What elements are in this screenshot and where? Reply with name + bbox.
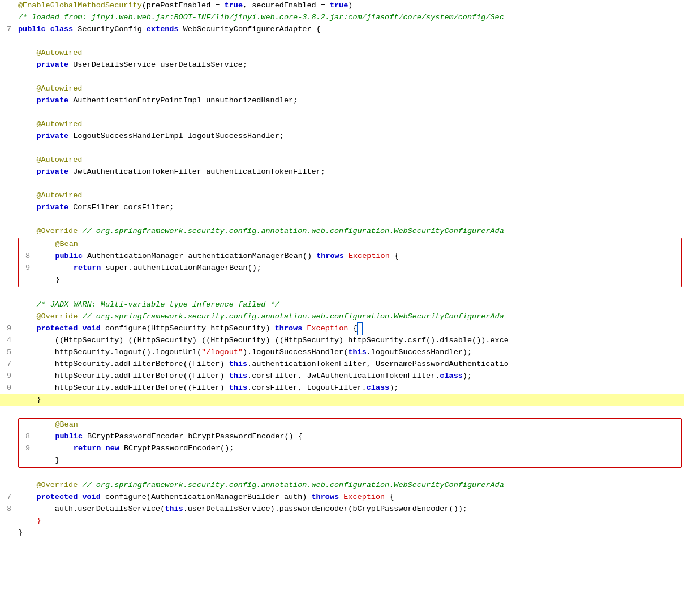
line-content <box>16 178 684 190</box>
code-line: @Autowired <box>0 119 684 131</box>
line-content: private UserDetailsService userDetailsSe… <box>16 59 684 71</box>
line-content <box>16 36 684 48</box>
line-content: httpSecurity.logout().logoutUrl("/logout… <box>16 347 684 359</box>
line-number: 7 <box>0 492 16 503</box>
line-content: protected void configure(AuthenticationM… <box>16 492 684 503</box>
code-line: private LogoutSuccessHandlerImpl logoutS… <box>0 131 684 143</box>
line-content: } <box>35 455 681 467</box>
code-line: 9 httpSecurity.addFilterBefore((Filter) … <box>0 371 684 382</box>
code-line: @Bean <box>19 419 681 431</box>
line-content: ((HttpSecurity) ((HttpSecurity) ((HttpSe… <box>16 335 684 347</box>
code-line: 4 ((HttpSecurity) ((HttpSecurity) ((Http… <box>0 335 684 347</box>
code-line: 7 protected void configure(Authenticatio… <box>0 492 684 503</box>
code-line <box>0 406 684 418</box>
line-content: @Override // org.springframework.securit… <box>16 226 684 238</box>
line-number: 9 <box>19 262 35 274</box>
code-line: 8 public BCryptPasswordEncoder bCryptPas… <box>19 431 681 443</box>
code-line: @Bean <box>19 239 681 251</box>
code-line: @Autowired <box>0 154 684 166</box>
code-line: private AuthenticationEntryPointImpl una… <box>0 95 684 107</box>
code-line <box>0 36 684 48</box>
code-line: 9 return super.authenticationManagerBean… <box>19 262 681 274</box>
code-line: 8 public AuthenticationManager authentic… <box>19 251 681 262</box>
line-number: 7 <box>0 359 16 371</box>
code-line <box>0 143 684 154</box>
code-line: } <box>0 515 684 527</box>
line-content: httpSecurity.addFilterBefore((Filter) th… <box>16 359 684 371</box>
line-number: 7 <box>0 24 16 36</box>
code-line: 7 public class SecurityConfig extends We… <box>0 24 684 36</box>
line-content: } <box>16 527 684 539</box>
line-number: 8 <box>0 503 16 515</box>
code-line: } <box>19 455 681 467</box>
line-content: private JwtAuthenticationTokenFilter aut… <box>16 166 684 178</box>
line-content: httpSecurity.addFilterBefore((Filter) th… <box>16 382 684 394</box>
line-content: @EnableGlobalMethodSecurity(prePostEnabl… <box>16 0 684 12</box>
line-number: 9 <box>0 371 16 382</box>
line-content: @Autowired <box>16 119 684 131</box>
line-number: 8 <box>19 431 35 443</box>
line-content: } <box>35 274 681 286</box>
line-content: private LogoutSuccessHandlerImpl logoutS… <box>16 131 684 143</box>
code-line: @Autowired <box>0 48 684 59</box>
line-content: @Override // org.springframework.securit… <box>16 311 684 323</box>
code-line: 0 httpSecurity.addFilterBefore((Filter) … <box>0 382 684 394</box>
code-line: @Override // org.springframework.securit… <box>0 480 684 492</box>
code-line <box>0 214 684 226</box>
line-content <box>16 71 684 83</box>
line-number: 8 <box>19 251 35 262</box>
code-line: /* loaded from: jinyi.web.web.jar:BOOT-I… <box>0 12 684 24</box>
line-content: @Autowired <box>16 48 684 59</box>
line-content: @Autowired <box>16 154 684 166</box>
line-number: 5 <box>0 347 16 359</box>
line-content: @Autowired <box>16 190 684 202</box>
line-number: 9 <box>0 323 16 335</box>
code-line <box>0 178 684 190</box>
code-line: 7 httpSecurity.addFilterBefore((Filter) … <box>0 359 684 371</box>
line-content <box>16 214 684 226</box>
line-content: @Override // org.springframework.securit… <box>16 480 684 492</box>
line-content: /* loaded from: jinyi.web.web.jar:BOOT-I… <box>16 12 684 24</box>
line-content: protected void configure(HttpSecurity ht… <box>16 323 684 335</box>
code-line <box>0 468 684 480</box>
line-content: return new BCryptPasswordEncoder(); <box>35 443 681 455</box>
code-line <box>0 287 684 299</box>
code-line <box>0 71 684 83</box>
boxed-section-2: @Bean 8 public BCryptPasswordEncoder bCr… <box>18 418 682 468</box>
line-content: @Bean <box>35 239 681 251</box>
line-content: return super.authenticationManagerBean()… <box>35 262 681 274</box>
line-content: auth.userDetailsService(this.userDetails… <box>16 503 684 515</box>
line-content <box>16 406 684 418</box>
code-line: private JwtAuthenticationTokenFilter aut… <box>0 166 684 178</box>
line-content: } <box>16 394 684 406</box>
code-line: 5 httpSecurity.logout().logoutUrl("/logo… <box>0 347 684 359</box>
line-content: public class SecurityConfig extends WebS… <box>16 24 684 36</box>
line-number: 4 <box>0 335 16 347</box>
line-content: public BCryptPasswordEncoder bCryptPassw… <box>35 431 681 443</box>
line-content: private CorsFilter corsFilter; <box>16 202 684 214</box>
code-line: @Autowired <box>0 190 684 202</box>
code-line: 9 return new BCryptPasswordEncoder(); <box>19 443 681 455</box>
line-content: @Bean <box>35 419 681 431</box>
code-line: @Override // org.springframework.securit… <box>0 226 684 238</box>
code-line: @Autowired <box>0 83 684 95</box>
line-content: public AuthenticationManager authenticat… <box>35 251 681 262</box>
line-content <box>16 143 684 154</box>
code-line: /* JADX WARN: Multi-variable type infere… <box>0 299 684 311</box>
line-content <box>16 468 684 480</box>
code-line: @Override // org.springframework.securit… <box>0 311 684 323</box>
code-viewer: @EnableGlobalMethodSecurity(prePostEnabl… <box>0 0 684 539</box>
code-line: 8 auth.userDetailsService(this.userDetai… <box>0 503 684 515</box>
line-content: } <box>16 515 684 527</box>
line-number: 0 <box>0 382 16 394</box>
line-number: 9 <box>19 443 35 455</box>
code-line <box>0 107 684 119</box>
code-line: @EnableGlobalMethodSecurity(prePostEnabl… <box>0 0 684 12</box>
line-content: httpSecurity.addFilterBefore((Filter) th… <box>16 371 684 382</box>
boxed-section-1: @Bean 8 public AuthenticationManager aut… <box>18 238 682 287</box>
line-content: private AuthenticationEntryPointImpl una… <box>16 95 684 107</box>
line-content: @Autowired <box>16 83 684 95</box>
code-line: } <box>0 527 684 539</box>
code-line: private CorsFilter corsFilter; <box>0 202 684 214</box>
code-line: } <box>19 274 681 286</box>
